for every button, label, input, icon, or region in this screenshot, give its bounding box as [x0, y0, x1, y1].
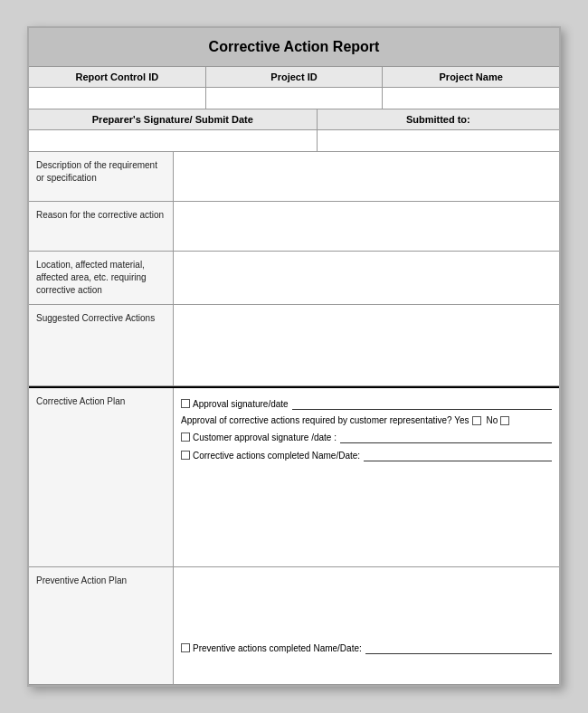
- preventive-completed-line: Preventive actions completed Name/Date:: [181, 642, 552, 654]
- form-title: Corrective Action Report: [29, 28, 559, 67]
- reason-section: Reason for the corrective action: [29, 202, 559, 252]
- description-label: Description of the requirement or specif…: [29, 152, 174, 201]
- preparer-signature-value[interactable]: [29, 130, 318, 151]
- preparer-data-row: [29, 130, 559, 152]
- suggested-content[interactable]: [174, 305, 559, 385]
- pap-section: Preventive Action Plan Preventive action…: [29, 567, 559, 685]
- corrective-completed-fill: [364, 449, 552, 461]
- approval-checkbox[interactable]: [181, 399, 190, 408]
- cap-content: Approval signature/date Approval of corr…: [174, 388, 559, 566]
- no-label: No: [487, 415, 498, 425]
- no-checkbox[interactable]: [500, 416, 509, 425]
- corrective-completed-line: Corrective actions completed Name/Date:: [181, 449, 552, 461]
- header-labels-row: Report Control ID Project ID Project Nam…: [29, 67, 559, 88]
- preventive-completed-fill: [365, 642, 552, 654]
- submitted-to-value[interactable]: [318, 130, 559, 151]
- location-label: Location, affected material, affected ar…: [29, 252, 174, 304]
- yes-checkbox[interactable]: [472, 416, 481, 425]
- yes-checkbox-container: [472, 416, 484, 425]
- description-section: Description of the requirement or specif…: [29, 152, 559, 202]
- corrective-completed-checkbox[interactable]: [181, 451, 190, 460]
- cap-section: Corrective Action Plan Approval signatur…: [29, 386, 559, 567]
- approval-sig-label: Approval signature/date: [193, 399, 289, 409]
- customer-approval-label: Customer approval signature /date :: [193, 433, 337, 442]
- approval-required-line: Approval of corrective actions required …: [181, 415, 552, 425]
- no-checkbox-container: [500, 416, 512, 425]
- approval-sig-fill: [292, 397, 552, 410]
- project-id-header: Project ID: [206, 67, 384, 87]
- pap-content: Preventive actions completed Name/Date:: [174, 567, 559, 684]
- preventive-completed-checkbox[interactable]: [181, 643, 190, 652]
- cap-label: Corrective Action Plan: [29, 388, 174, 566]
- location-section: Location, affected material, affected ar…: [29, 252, 559, 305]
- suggested-label: Suggested Corrective Actions: [29, 305, 174, 385]
- project-name-header: Project Name: [383, 67, 559, 87]
- corrective-completed-label: Corrective actions completed Name/Date:: [193, 451, 360, 461]
- approval-required-label: Approval of corrective actions required …: [181, 415, 469, 425]
- header-data-row: [29, 88, 559, 109]
- corrective-action-report-form: Corrective Action Report Report Control …: [27, 26, 561, 687]
- suggested-section: Suggested Corrective Actions: [29, 305, 559, 386]
- project-id-value[interactable]: [206, 88, 384, 109]
- preparer-signature-header: Preparer's Signature/ Submit Date: [29, 109, 318, 129]
- customer-approval-checkbox[interactable]: [181, 433, 190, 442]
- location-content[interactable]: [174, 252, 559, 304]
- reason-content[interactable]: [174, 202, 559, 251]
- reason-label: Reason for the corrective action: [29, 202, 174, 251]
- approval-signature-line: Approval signature/date: [181, 397, 552, 410]
- preparer-header-row: Preparer's Signature/ Submit Date Submit…: [29, 109, 559, 130]
- submitted-to-header: Submitted to:: [318, 109, 559, 129]
- customer-approval-line: Customer approval signature /date :: [181, 431, 552, 443]
- report-control-id-value[interactable]: [29, 88, 206, 109]
- project-name-value[interactable]: [383, 88, 559, 109]
- description-content[interactable]: [174, 152, 559, 201]
- pap-spacer: [181, 573, 552, 636]
- pap-label: Preventive Action Plan: [29, 567, 174, 684]
- preventive-completed-label: Preventive actions completed Name/Date:: [193, 643, 362, 653]
- report-control-id-header: Report Control ID: [29, 67, 206, 87]
- customer-approval-fill: [340, 431, 552, 443]
